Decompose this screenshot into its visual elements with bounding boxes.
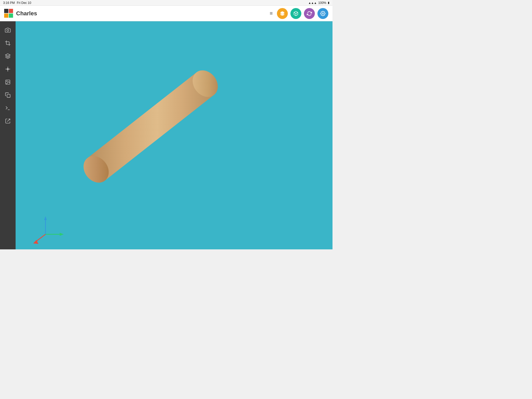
image-icon [5, 79, 11, 85]
status-bar: 3:16 PM Fri Dec 10 ▲▲▲ 100% ▮ [0, 0, 332, 6]
cube-icon [293, 11, 298, 16]
transform-icon [5, 66, 11, 72]
axis-y-arrow [60, 233, 64, 236]
app-title: Charles [16, 10, 37, 17]
svg-rect-2 [4, 14, 8, 18]
status-left: 3:16 PM Fri Dec 10 [3, 1, 31, 5]
svg-point-15 [6, 81, 7, 82]
layers-sidebar-button[interactable] [2, 50, 14, 62]
date: Fri Dec 10 [17, 1, 31, 5]
camera-button[interactable] [2, 24, 14, 36]
viewport-scene [16, 21, 332, 249]
terminal-button[interactable] [2, 102, 14, 114]
layers-icon [280, 11, 285, 16]
svg-rect-0 [4, 9, 8, 13]
svg-marker-10 [5, 54, 10, 56]
terminal-icon [5, 105, 11, 111]
crop-button[interactable] [2, 37, 14, 49]
image-button[interactable] [2, 76, 14, 88]
layers-button[interactable] [277, 8, 288, 19]
wifi-icon: ▲▲▲ [308, 1, 317, 4]
viewport[interactable] [16, 21, 332, 249]
copy-icon [5, 92, 11, 98]
refresh-button[interactable] [304, 8, 315, 19]
transform-button[interactable] [2, 63, 14, 75]
export-button[interactable] [2, 115, 14, 127]
refresh-icon [307, 11, 312, 16]
status-right: ▲▲▲ 100% ▮ [308, 1, 329, 5]
layers-sidebar-icon [5, 53, 11, 59]
battery-icon: ▮ [328, 1, 329, 4]
header-right: ≡ [270, 8, 328, 19]
header: Charles ≡ [0, 6, 332, 21]
header-left: Charles [4, 9, 37, 18]
export-icon [5, 118, 11, 124]
cube-button[interactable] [290, 8, 301, 19]
axis-z-arrow [44, 216, 47, 220]
svg-point-9 [7, 29, 9, 31]
svg-point-8 [322, 13, 324, 14]
camera-icon [5, 27, 11, 33]
crop-icon [5, 40, 11, 46]
main-layout [0, 21, 332, 249]
svg-rect-1 [9, 9, 13, 13]
settings-button[interactable] [317, 8, 328, 19]
svg-rect-16 [7, 94, 10, 97]
settings-icon [320, 11, 325, 16]
svg-rect-3 [9, 14, 13, 18]
sidebar [0, 21, 16, 249]
time: 3:16 PM [3, 1, 15, 5]
battery-pct: 100% [318, 1, 326, 5]
app-logo [4, 9, 14, 18]
menu-icon[interactable]: ≡ [270, 10, 273, 16]
copy-button[interactable] [2, 89, 14, 101]
